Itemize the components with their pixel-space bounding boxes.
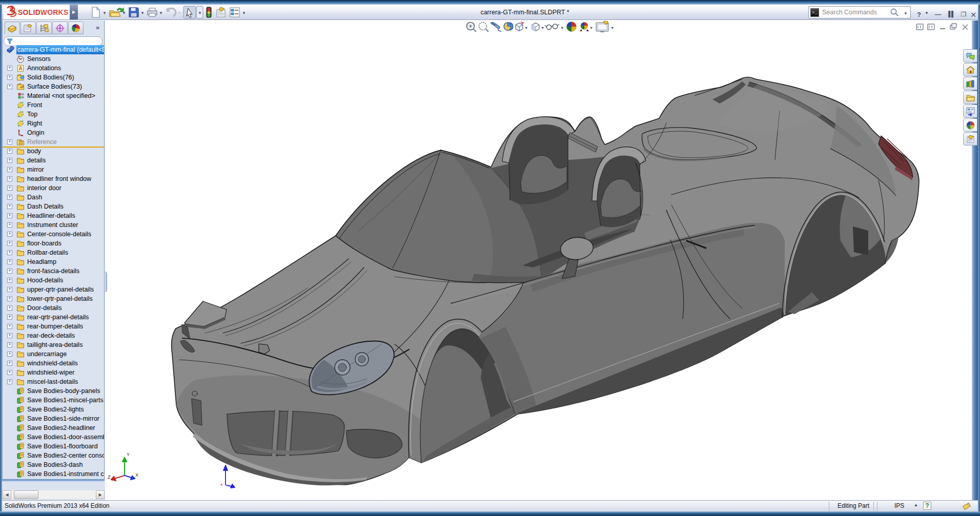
svg-text:▼: ▼	[560, 26, 564, 30]
svg-text:X: X	[135, 472, 138, 478]
svg-text:▼: ▼	[589, 26, 593, 30]
svg-text:Z: Z	[108, 474, 111, 480]
svg-text:Y: Y	[127, 452, 130, 457]
svg-text:▼: ▼	[610, 26, 614, 30]
svg-text:*: *	[220, 483, 223, 489]
svg-text:▼: ▼	[541, 26, 544, 30]
svg-text:▼: ▼	[524, 26, 528, 30]
